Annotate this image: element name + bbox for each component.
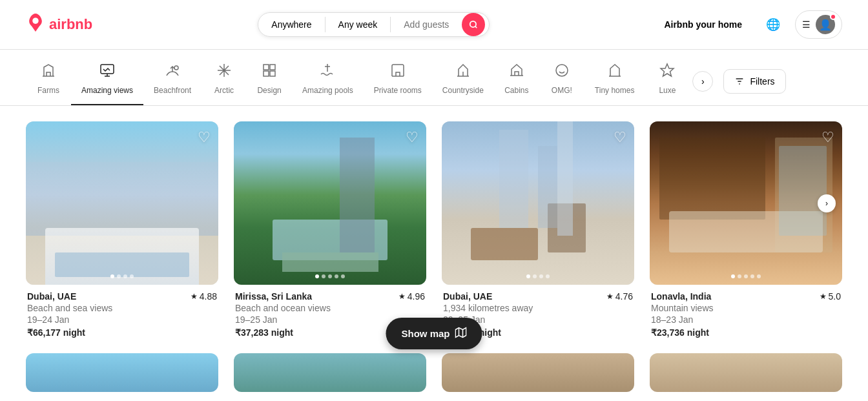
- beachfront-icon: [165, 63, 180, 82]
- map-icon: [455, 327, 467, 340]
- listing-image-lonavla: ♡ ›: [650, 121, 842, 285]
- notification-badge: [830, 14, 836, 20]
- listings-grid: ♡ Dubai, UAE ★ 4.88 Beach and sea views: [26, 121, 842, 338]
- dot: [341, 274, 345, 278]
- show-map-button[interactable]: Show map: [386, 318, 482, 349]
- logo-text: airbnb: [49, 16, 92, 33]
- filters-button[interactable]: Filters: [723, 69, 785, 94]
- listing-dates: 19–24 Jan: [27, 314, 217, 325]
- wishlist-button-lonavla[interactable]: ♡: [822, 129, 834, 146]
- svg-point-8: [556, 65, 568, 76]
- category-item-arctic[interactable]: Arctic: [202, 57, 247, 105]
- dot: [335, 274, 338, 278]
- countryside-icon: [455, 63, 471, 82]
- listing-price: ₹66,177 night: [27, 327, 217, 338]
- price-value: ₹66,177 night: [27, 327, 85, 338]
- category-item-design[interactable]: Design: [247, 57, 292, 105]
- airbnb-logo-icon: [26, 13, 45, 37]
- star-icon: ★: [398, 292, 406, 301]
- listing-dates: 18–23 Jan: [651, 314, 841, 325]
- hamburger-icon: ☰: [802, 19, 811, 30]
- search-button[interactable]: [462, 13, 485, 36]
- price-value: ₹23,736 night: [651, 327, 709, 338]
- svg-point-3: [174, 66, 178, 70]
- dot: [130, 274, 134, 278]
- cabins-label: Cabins: [504, 86, 528, 95]
- svg-rect-5: [270, 65, 275, 70]
- wishlist-button-dubai2[interactable]: ♡: [614, 129, 626, 146]
- arctic-icon: [216, 63, 232, 82]
- star-icon: ★: [606, 292, 614, 301]
- partial-cards-row: [0, 353, 868, 401]
- listing-image-dubai2: ♡: [442, 121, 634, 285]
- wishlist-button-sri-lanka[interactable]: ♡: [406, 129, 418, 146]
- category-item-private-rooms[interactable]: Private rooms: [364, 57, 432, 105]
- tiny-homes-icon: [607, 63, 623, 82]
- listing-card-dubai1[interactable]: ♡ Dubai, UAE ★ 4.88 Beach and sea views: [26, 121, 218, 338]
- dot: [322, 274, 326, 278]
- rating-value: 5.0: [829, 291, 841, 302]
- private-rooms-icon: [390, 63, 406, 82]
- amazing-pools-label: Amazing pools: [302, 86, 353, 95]
- language-button[interactable]: 🌐: [761, 13, 785, 36]
- dots-indicator-dubai2: [526, 274, 550, 278]
- listing-location: Lonavla, India: [651, 291, 711, 302]
- svg-rect-4: [264, 65, 269, 70]
- airbnb-your-home-button[interactable]: Airbnb your home: [655, 13, 751, 36]
- dots-indicator-sri-lanka: [315, 274, 345, 278]
- listing-description: Beach and ocean views: [235, 303, 425, 313]
- partial-card-3: [442, 353, 634, 392]
- category-item-luxe[interactable]: Luxe: [645, 57, 690, 105]
- farms-label: Farms: [37, 86, 59, 95]
- listing-card-lonavla[interactable]: ♡ › Lonavla, India ★ 5.0: [650, 121, 842, 338]
- add-guests-button[interactable]: Add guests: [391, 13, 462, 36]
- filters-icon: [734, 76, 745, 87]
- image-next-button[interactable]: ›: [818, 194, 836, 212]
- cabins-icon: [509, 63, 524, 82]
- dots-indicator-dubai1: [110, 274, 134, 278]
- category-item-amazing-pools[interactable]: Amazing pools: [292, 57, 364, 105]
- private-rooms-label: Private rooms: [374, 86, 422, 95]
- category-item-beachfront[interactable]: Beachfront: [143, 57, 202, 105]
- partial-card-1: [26, 353, 218, 392]
- any-week-button[interactable]: Any week: [326, 13, 391, 36]
- search-bar[interactable]: Anywhere Any week Add guests: [258, 12, 490, 37]
- show-map-container: Show map: [386, 318, 482, 349]
- user-menu[interactable]: ☰ 👤: [795, 10, 842, 39]
- design-label: Design: [257, 86, 281, 95]
- dot: [731, 274, 735, 278]
- listing-rating: ★ 5.0: [820, 291, 841, 302]
- dot: [315, 274, 319, 278]
- rating-value: 4.96: [408, 291, 425, 302]
- category-item-omg[interactable]: OMG!: [539, 57, 584, 105]
- wishlist-button-dubai1[interactable]: ♡: [198, 129, 211, 146]
- listing-location: Mirissa, Sri Lanka: [235, 291, 312, 302]
- listing-row1: Dubai, UAE ★ 4.76: [443, 291, 633, 302]
- listing-card-dubai2[interactable]: ♡ Dubai, UAE ★ 4.76 1,934 kilometres awa…: [442, 121, 634, 338]
- category-item-countryside[interactable]: Countryside: [432, 57, 494, 105]
- category-item-cabins[interactable]: Cabins: [494, 57, 539, 105]
- dot: [738, 274, 741, 278]
- category-item-amazing-views[interactable]: Amazing views: [71, 57, 143, 105]
- listing-card-sri-lanka[interactable]: ♡ Mirissa, Sri Lanka ★ 4.96 Bea: [234, 121, 426, 338]
- dot: [110, 274, 114, 278]
- dot: [526, 274, 530, 278]
- category-item-farms[interactable]: Farms: [26, 57, 71, 105]
- countryside-label: Countryside: [442, 86, 484, 95]
- dot: [750, 274, 754, 278]
- dots-indicator-lonavla: [731, 274, 761, 278]
- price-value: ₹37,283 night: [235, 327, 293, 338]
- anywhere-button[interactable]: Anywhere: [258, 13, 324, 36]
- tiny-homes-label: Tiny homes: [595, 86, 635, 95]
- listing-rating: ★ 4.76: [606, 291, 633, 302]
- listing-info-lonavla: Lonavla, India ★ 5.0 Mountain views 18–2…: [650, 291, 842, 338]
- category-item-tiny-homes[interactable]: Tiny homes: [584, 57, 645, 105]
- rating-value: 4.88: [200, 291, 217, 302]
- logo[interactable]: airbnb: [26, 13, 92, 37]
- partial-card-4: [650, 353, 842, 392]
- svg-marker-13: [455, 328, 466, 338]
- category-next-button[interactable]: ›: [692, 71, 713, 92]
- listing-description: 1,934 kilometres away: [443, 303, 633, 313]
- listing-location: Dubai, UAE: [27, 291, 76, 302]
- svg-marker-9: [661, 64, 674, 76]
